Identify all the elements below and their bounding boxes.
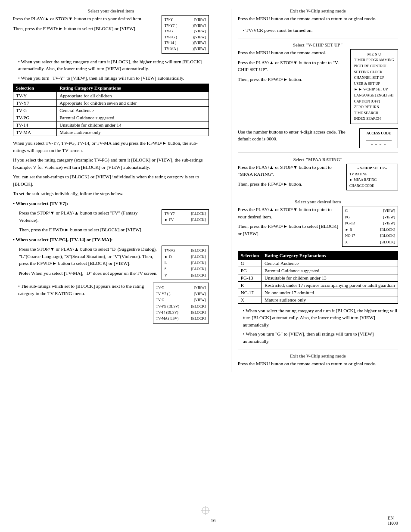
access-code-placeholder: _ _ _ _ bbox=[364, 141, 393, 145]
crosshair-icon bbox=[201, 506, 210, 515]
bullet4: When you turn "G" to [VIEW], then all ra… bbox=[243, 330, 398, 345]
table2-col1: PG bbox=[238, 267, 262, 274]
table2-col2: No one under 17 admitted bbox=[262, 289, 398, 296]
menu-item: LANGUAGE [ENGLISH] bbox=[354, 93, 394, 99]
table2-col1: G bbox=[238, 259, 262, 267]
tvy7-section: Press the STOP/▼ or PLAY/▲ button to sel… bbox=[19, 209, 209, 236]
access-code-section: Use the number buttons to enter 4-digit … bbox=[238, 128, 398, 148]
screen-tvy7: TV-Y7[BLOCK] ► FV[BLOCK] bbox=[162, 209, 209, 224]
table2-col2: Parental Guidance suggested. bbox=[262, 267, 398, 274]
table-row: G General Audience bbox=[238, 259, 398, 267]
select-desired-p1: Press the PLAY/▲ or STOP/▼ button to poi… bbox=[13, 15, 158, 22]
bullet1: When you select the rating category and … bbox=[18, 58, 209, 72]
access-code-label: ACCESS CODE bbox=[364, 131, 393, 135]
para3: You can set the sub-ratings to [BLOCK] o… bbox=[13, 173, 209, 187]
menu-item: TIMER PROGRAMMING bbox=[354, 57, 394, 63]
table1-col1: TV-MA bbox=[13, 129, 57, 136]
table-row: TV-PG Parental Guidance suggested. bbox=[13, 114, 209, 121]
exit-vchip-bottom: Exit the V-Chip setting mode Press the M… bbox=[238, 354, 398, 367]
select-desired2-p1: Press the PLAY/▲ or STOP/▼ button to poi… bbox=[238, 206, 339, 220]
table1-col2: Mature audience only bbox=[57, 129, 209, 136]
select-vchip-p3: Then, press the F.FWD/► button. bbox=[238, 76, 347, 83]
bullet3: When you select the rating category and … bbox=[243, 307, 398, 329]
table-row: PG-13 Unsuitable for children under 13 bbox=[238, 274, 398, 281]
table1-header-selection: Selection bbox=[13, 84, 57, 92]
table-row: TV-Y Appropriate for all children bbox=[13, 92, 209, 100]
tvpg-section: Press the STOP/▼ or PLAY/▲ button to sel… bbox=[19, 246, 209, 280]
menu-screen: – M E N U – TIMER PROGRAMMING PICTURE CO… bbox=[350, 49, 398, 124]
when-tvpg-p1: Press the STOP/▼ or PLAY/▲ button to sel… bbox=[19, 246, 158, 267]
screen-tvpg: TV-PG[BLOCK] ► D[BLOCK] L[BLOCK] S[BLOCK… bbox=[162, 246, 209, 280]
left-column: Select your desired item Press the PLAY/… bbox=[13, 9, 209, 372]
table-row: TV-MA Mature audience only bbox=[13, 129, 209, 136]
table1-col2: Parental Guidance suggested. bbox=[57, 114, 209, 121]
select-desired2-p2: Then, press the F.FWD/► button to select… bbox=[238, 223, 339, 237]
menu-item: PICTURE CONTROL bbox=[354, 63, 394, 69]
table-row: PG Parental Guidance suggested. bbox=[238, 267, 398, 274]
select-desired-top: Select your desired item Press the PLAY/… bbox=[13, 9, 209, 54]
when-tvy7-p2: Then, press the F.FWD/► button to select… bbox=[19, 226, 158, 233]
note-text: Note: When you select [TV-MA], "D" does … bbox=[19, 270, 158, 277]
select-vchip-section: Select "V-CHIP SET UP" Press the MENU bu… bbox=[238, 43, 398, 124]
select-mpaa-heading: Select "MPAA RATING" bbox=[238, 157, 398, 162]
table-row: TV-Y7 Appropriate for children seven and… bbox=[13, 100, 209, 107]
table1-col1: TV-14 bbox=[13, 121, 57, 129]
page: Select your desired item Press the PLAY/… bbox=[0, 0, 411, 532]
select-vchip-p1: Press the MENU button on the remote cont… bbox=[238, 49, 347, 56]
exit-vchip-top: Exit the V-Chip setting mode Press the M… bbox=[238, 9, 398, 22]
table1-col2: Appropriate for all children bbox=[57, 92, 209, 100]
menu-item: CHANNEL SET UP bbox=[354, 75, 394, 81]
table2-header-rating: Rating Category Explanations bbox=[262, 251, 398, 259]
select-desired2-section: Select your desired item Press the PLAY/… bbox=[238, 199, 398, 247]
access-code-p1: Use the number buttons to enter 4-digit … bbox=[238, 128, 356, 143]
sub-ratings-bullet: The sub-ratings which set to [BLOCK] app… bbox=[18, 283, 149, 297]
exit2-heading: Exit the V-Chip setting mode bbox=[238, 354, 398, 358]
table-row: R Restricted; under 17 requires accompan… bbox=[238, 281, 398, 289]
table2-col2: Restricted; under 17 requires accompanyi… bbox=[262, 281, 398, 289]
lang-code: EN bbox=[388, 515, 394, 520]
para4: To set the sub-ratings individually, fol… bbox=[13, 190, 209, 197]
table2-header-selection: Selection bbox=[238, 251, 262, 259]
menu-item: ZERO RETURN bbox=[354, 104, 394, 110]
right-column: Exit the V-Chip setting mode Press the M… bbox=[231, 9, 398, 372]
table-row: NC-17 No one under 17 admitted bbox=[238, 289, 398, 296]
access-code-line bbox=[366, 137, 392, 140]
access-code-box: ACCESS CODE _ _ _ _ bbox=[359, 128, 398, 148]
bullet2: When you turn "TV-Y" to [VIEW], then all… bbox=[18, 75, 209, 82]
table2-col1: NC-17 bbox=[238, 289, 262, 296]
when-tvy7-p1: Press the STOP/▼ or PLAY/▲ button to sel… bbox=[19, 209, 158, 224]
model-code: 1K09 bbox=[388, 520, 398, 526]
footer: - 16 - EN 1K09 bbox=[0, 515, 411, 526]
divider3 bbox=[238, 195, 398, 195]
table2-col1: PG-13 bbox=[238, 274, 262, 281]
screen-large: TV-Y[VIEW] TV-Y7 ( )[VIEW] TV-G[VIEW] TV… bbox=[153, 283, 209, 324]
table1-col1: TV-PG bbox=[13, 114, 57, 121]
table-row: TV-14 Unsuitable for children under 14 bbox=[13, 121, 209, 129]
select-mpaa-section: Select "MPAA RATING" Press the PLAY/▲ or… bbox=[238, 157, 398, 190]
divider4 bbox=[238, 349, 398, 349]
vertical-divider bbox=[220, 9, 220, 372]
page-number: - 16 - bbox=[208, 518, 218, 523]
table1-col2: Unsuitable for children under 14 bbox=[57, 121, 209, 129]
table2: Selection Rating Category Explanations G… bbox=[238, 251, 398, 304]
vchip-setup-screen: – V-CHIP SET UP – TV RATING ► MPAA RATIN… bbox=[346, 164, 398, 190]
para1: When you select TV-Y7, TV-PG, TV-14, or … bbox=[13, 140, 209, 154]
tvcr-bullet: TV/VCR power must be turned on. bbox=[243, 27, 398, 34]
select-desired-heading: Select your desired item bbox=[13, 9, 209, 13]
table1-col2: General Audience bbox=[57, 107, 209, 114]
when-tvy7-heading: • When you select [TV-Y7]: bbox=[13, 200, 209, 207]
table-row: TV-G General Audience bbox=[13, 107, 209, 114]
menu-item: SETTING CLOCK bbox=[354, 69, 394, 75]
menu-item: INDEX SEARCH bbox=[354, 116, 394, 122]
select-vchip-p2: Press the PLAY/▲ or STOP/▼ button to poi… bbox=[238, 59, 347, 73]
select-desired-p2: Then, press the F.FWD/► button to select… bbox=[13, 25, 158, 32]
select-mpaa-p1: Press the PLAY/▲ or STOP/▼ button to poi… bbox=[238, 164, 343, 178]
exit-heading: Exit the V-Chip setting mode bbox=[238, 9, 398, 13]
table1-header-rating: Rating Category Explanations bbox=[57, 84, 209, 92]
screen1: TV-Y[VIEW] TV-Y7 ()[VIEW] TV-G[VIEW] TV-… bbox=[162, 15, 209, 54]
table1-col1: TV-Y bbox=[13, 92, 57, 100]
table1-col1: TV-G bbox=[13, 107, 57, 114]
table2-col2: General Audience bbox=[262, 259, 398, 267]
select-vchip-heading: Select "V-CHIP SET UP" bbox=[238, 43, 398, 47]
desired2-screen: G[VIEW] PG[VIEW] PG-13[VIEW] ► R[BLOCK] … bbox=[342, 206, 398, 247]
